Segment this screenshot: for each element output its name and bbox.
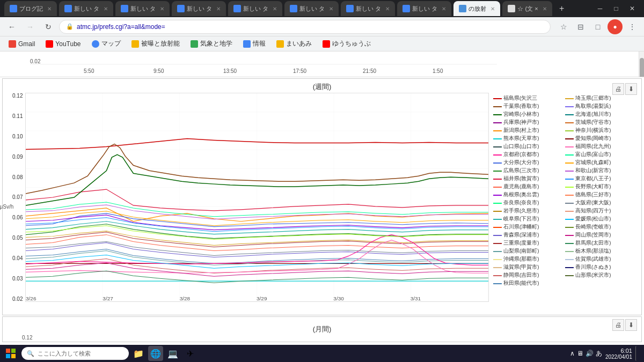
taskbar-search-box[interactable]: 🔍 ここに入力して検索 <box>21 347 129 360</box>
legend-line-37 <box>565 203 574 204</box>
legend-line-14 <box>493 211 502 212</box>
legend-item-24: 埼玉県(三郷市) <box>565 95 635 102</box>
svg-text:21:50: 21:50 <box>363 68 376 74</box>
bookmark-radiation[interactable]: 被曝と放射能 <box>127 38 184 49</box>
url-bar[interactable]: 🔒 atmc.jp/prefs.cgi?a=all&mode= <box>59 20 551 34</box>
taskbar-icon-4: ✈ <box>187 349 194 359</box>
new-tab-button[interactable]: + <box>554 1 569 16</box>
time-display: 6:01 <box>621 348 632 354</box>
network-icon[interactable]: 🖥 <box>577 350 583 357</box>
tab-favicon-9 <box>508 5 515 12</box>
taskbar-file-explorer[interactable]: 📁 <box>131 346 146 361</box>
taskbar-chrome[interactable]: 🌐 <box>148 346 163 361</box>
legend-item-43: 栃木県(那須塩) <box>565 248 635 255</box>
back-button[interactable]: ← <box>4 19 19 34</box>
ime-icon[interactable]: あ <box>596 349 602 358</box>
taskbar-item-4[interactable]: ✈ <box>182 346 197 361</box>
legend-line-13 <box>493 203 502 204</box>
tab-9[interactable]: ☆ (文 × ✕ <box>502 1 552 16</box>
legend-line-21 <box>493 267 502 268</box>
gmail-icon <box>9 40 16 48</box>
monthly-download-button[interactable]: ⬇ <box>625 319 637 331</box>
lock-icon: 🔒 <box>66 23 74 30</box>
tab-favicon-5 <box>290 5 297 12</box>
bookmark-maps[interactable]: マップ <box>87 38 125 49</box>
svg-text:3/29: 3/29 <box>257 295 267 301</box>
tab-close-3[interactable]: ✕ <box>216 6 221 12</box>
minimize-button[interactable]: ─ <box>592 3 608 14</box>
taskbar-icon-3: 💻 <box>167 349 178 359</box>
chart-svg-container: 3/26 3/27 3/28 3/29 3/30 3/31 <box>25 93 489 313</box>
legend-label-24: 埼玉県(三郷市) <box>575 95 611 102</box>
tab-close-1[interactable]: ✕ <box>104 6 108 12</box>
start-button[interactable] <box>2 346 19 361</box>
tab-8[interactable]: の放射 ✕ <box>453 1 500 16</box>
tab-2[interactable]: 新しい タ ✕ <box>115 1 170 16</box>
legend-item-31: 富山県(富山市) <box>565 151 635 158</box>
legend-item-3: 兵庫県(神戸市) <box>493 119 563 126</box>
tab-3[interactable]: 新しい タ ✕ <box>172 1 226 16</box>
legend-label-20: 沖縄県(那覇市) <box>503 256 539 263</box>
more-menu-icon[interactable]: ⋮ <box>625 19 640 34</box>
file-explorer-icon: 📁 <box>133 349 144 359</box>
tab-6[interactable]: 新しい タ ✕ <box>341 1 395 16</box>
show-desktop-button[interactable] <box>635 346 638 361</box>
legend-label-2: 宮崎県(小林市) <box>503 111 539 118</box>
scrollbar-thumb[interactable] <box>640 58 644 77</box>
weekly-chart-section: (週間) 🖨 ⬇ μSv/h 0.12 0.11 0.10 0.09 0.08 … <box>2 78 642 315</box>
bookmark-youtube2[interactable]: ゆうちゅうぶ <box>318 38 375 49</box>
bookmark-info[interactable]: 情報 <box>239 38 270 49</box>
svg-text:17:50: 17:50 <box>293 68 306 74</box>
legend-label-0: 福島県(矢沢三 <box>503 95 537 102</box>
tab-7[interactable]: 新しい タ ✕ <box>397 1 451 16</box>
taskbar-item-3[interactable]: 💻 <box>165 346 180 361</box>
chart-area: μSv/h 0.12 0.11 0.10 0.09 0.08 0.07 0.06… <box>5 93 639 313</box>
bookmarks-bar: Gmail YouTube マップ 被曝と放射能 気象と地学 情報 まいあみ ゆ… <box>0 36 644 51</box>
tab-search-icon[interactable]: □ <box>590 19 605 34</box>
reading-list-icon[interactable]: ⊟ <box>573 19 588 34</box>
profile-button[interactable]: ● <box>608 19 623 34</box>
tab-close-2[interactable]: ✕ <box>160 6 164 12</box>
tab-4[interactable]: 新しい タ ✕ <box>228 1 282 16</box>
tab-close-5[interactable]: ✕ <box>329 6 333 12</box>
tab-label-2: 新しい タ <box>130 5 156 13</box>
close-button[interactable]: ✕ <box>625 3 640 14</box>
search-icon: 🔍 <box>27 350 34 357</box>
address-bar: ← → ↻ 🔒 atmc.jp/prefs.cgi?a=all&mode= ☆ … <box>0 17 644 36</box>
y-tick-0.06: 0.06 <box>12 215 21 220</box>
tab-close-0[interactable]: ✕ <box>47 6 52 12</box>
tab-close-9[interactable]: ✕ <box>543 6 547 12</box>
reload-button[interactable]: ↻ <box>41 19 56 34</box>
bookmark-maiami[interactable]: まいあみ <box>272 38 316 49</box>
clock[interactable]: 6:01 2022/04/01 <box>605 348 632 360</box>
legend-label-27: 茨城県(守谷市) <box>575 119 611 126</box>
tab-close-7[interactable]: ✕ <box>442 6 446 12</box>
scrollbar-right[interactable] <box>639 51 644 77</box>
legend-line-10 <box>493 179 502 180</box>
tab-1[interactable]: 新しい タ ✕ <box>59 1 113 16</box>
system-tray-icons: ∧ 🖥 🔊 あ <box>570 349 602 358</box>
forward-button[interactable]: → <box>23 19 38 34</box>
legend-line-1 <box>493 106 502 107</box>
legend-line-34 <box>565 179 574 180</box>
legend-line-39 <box>565 219 574 220</box>
bookmark-youtube[interactable]: YouTube <box>41 39 85 49</box>
chevron-up-icon[interactable]: ∧ <box>570 350 575 357</box>
tab-close-8[interactable]: ✕ <box>491 6 495 12</box>
tab-close-4[interactable]: ✕ <box>273 6 277 12</box>
legend-label-28: 神奈川(横浜市) <box>575 127 611 134</box>
legend-label-33: 和歌山(新宮市) <box>575 167 611 174</box>
y-tick-0.09: 0.09 <box>12 154 21 160</box>
tab-0[interactable]: ブログ記 ✕ <box>4 1 57 16</box>
legend-label-36: 徳島県(三好市) <box>575 191 611 198</box>
tab-5[interactable]: 新しい タ ✕ <box>284 1 339 16</box>
bookmark-gmail[interactable]: Gmail <box>4 39 39 49</box>
maximize-button[interactable]: □ <box>609 3 624 14</box>
monthly-print-button[interactable]: 🖨 <box>612 319 624 331</box>
bookmark-weather[interactable]: 気象と地学 <box>186 38 237 49</box>
speaker-icon[interactable]: 🔊 <box>586 350 594 357</box>
tab-close-6[interactable]: ✕ <box>385 6 390 12</box>
legend-label-34: 東京都(八王子) <box>575 175 611 182</box>
bookmark-star-icon[interactable]: ☆ <box>556 19 571 34</box>
toolbar-icons: ☆ ⊟ □ ● ⋮ <box>556 19 640 34</box>
